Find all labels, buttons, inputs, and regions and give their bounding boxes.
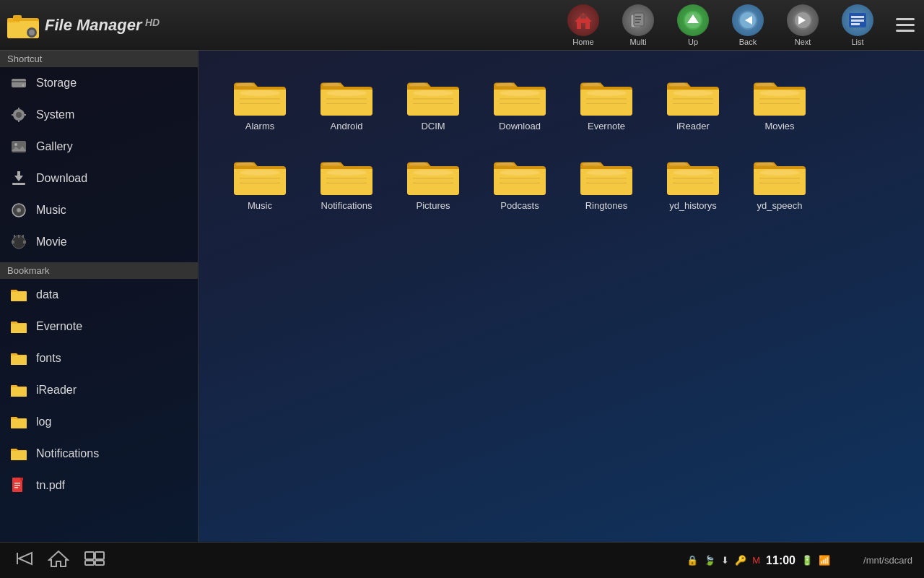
folder-name-yd_historys: yd_historys — [669, 200, 717, 211]
svg-point-36 — [14, 143, 17, 146]
music-icon — [9, 200, 29, 220]
svg-point-67 — [413, 170, 453, 176]
svg-marker-72 — [19, 553, 32, 564]
svg-point-62 — [586, 90, 627, 96]
folder-icon-evernote — [578, 71, 635, 118]
folder-item-dcim[interactable]: DCIM — [393, 65, 473, 137]
svg-point-69 — [586, 170, 627, 176]
svg-rect-50 — [18, 235, 19, 238]
sidebar-item-data[interactable]: data — [0, 279, 198, 311]
sidebar-item-music[interactable]: Music — [0, 194, 198, 226]
folder-name-download: Download — [499, 121, 541, 131]
pdf-icon — [9, 475, 29, 496]
app-title-text: File Manager HD — [45, 16, 160, 35]
app-title-suffix: HD — [145, 16, 160, 27]
sidebar-item-log[interactable]: log — [0, 406, 198, 438]
svg-point-5 — [29, 30, 35, 35]
back-button[interactable]: Back — [722, 1, 774, 49]
storage-icon — [9, 73, 29, 93]
svg-rect-55 — [14, 483, 20, 484]
multi-button[interactable]: Multi — [612, 1, 664, 49]
folder-icon-alarms — [231, 71, 289, 118]
folder-name-ireader: iReader — [676, 121, 710, 131]
multi-icon — [622, 4, 654, 36]
bookmark-label: Bookmark — [0, 262, 198, 279]
folder-item-ireader[interactable]: iReader — [653, 65, 733, 137]
storage-label: Storage — [36, 77, 77, 90]
sidebar-item-download[interactable]: Download — [0, 163, 198, 194]
svg-point-58 — [240, 90, 280, 96]
folder-name-android: Android — [331, 121, 363, 131]
folder-item-ringtones[interactable]: Ringtones — [567, 144, 646, 217]
folder-item-movies[interactable]: Movies — [740, 65, 819, 137]
folder-item-podcasts[interactable]: Podcasts — [480, 144, 559, 217]
svg-rect-10 — [635, 16, 641, 17]
svg-point-28 — [22, 85, 25, 87]
up-button[interactable]: Up — [667, 1, 719, 49]
folder-item-android[interactable]: Android — [307, 65, 386, 137]
sidebar-item-tnpdf[interactable]: tn.pdf — [0, 470, 198, 501]
system-label: System — [36, 108, 74, 121]
next-button[interactable]: Next — [777, 1, 829, 49]
log-label: log — [36, 415, 51, 428]
svg-rect-25 — [851, 23, 860, 25]
download-status-icon: ⬇ — [721, 555, 729, 566]
folder-name-evernote: Evernote — [588, 121, 625, 131]
time-display: 11:00 — [766, 554, 796, 567]
topbar: File Manager HD Home Multi — [0, 0, 924, 51]
svg-point-70 — [673, 170, 713, 176]
music-label: Music — [36, 204, 66, 217]
home-button[interactable]: Home — [557, 1, 609, 49]
svg-point-44 — [18, 210, 19, 211]
folder-name-notifications: Notifications — [321, 200, 372, 211]
folder-item-yd_speech[interactable]: yd_speech — [740, 144, 819, 217]
folder-name-podcasts: Podcasts — [500, 200, 539, 211]
sidebar-item-notifications[interactable]: Notifications — [0, 438, 198, 470]
home-nav-button[interactable] — [48, 550, 69, 571]
svg-point-65 — [240, 170, 280, 176]
svg-rect-48 — [23, 241, 26, 243]
list-label: List — [851, 38, 863, 46]
recent-nav-button[interactable] — [84, 550, 105, 571]
gallery-icon — [9, 137, 29, 157]
folder-item-alarms[interactable]: Alarms — [220, 65, 300, 137]
list-button[interactable]: List — [832, 1, 884, 49]
logo-folder-icon — [6, 8, 40, 43]
sidebar-item-fonts[interactable]: fonts — [0, 342, 198, 374]
app-logo: File Manager HD — [6, 8, 160, 43]
home-icon — [567, 4, 599, 36]
svg-marker-74 — [49, 551, 68, 566]
folder-name-yd_speech: yd_speech — [757, 200, 803, 211]
home-label: Home — [572, 38, 593, 46]
sidebar-item-gallery[interactable]: Gallery — [0, 131, 198, 163]
svg-rect-12 — [635, 22, 640, 23]
sidebar-item-storage[interactable]: Storage — [0, 67, 198, 99]
folder-icon-yd_historys — [664, 150, 722, 197]
sidebar-item-evernote[interactable]: Evernote — [0, 311, 198, 342]
folder-item-yd_historys[interactable]: yd_historys — [653, 144, 733, 217]
svg-rect-24 — [851, 20, 864, 22]
folder-ireader-icon — [9, 380, 29, 400]
svg-rect-38 — [12, 183, 25, 185]
notifications-label: Notifications — [36, 447, 99, 460]
svg-point-64 — [759, 90, 800, 96]
folder-notifications-icon — [9, 444, 29, 464]
sim-icon: 🔑 — [735, 555, 746, 566]
folder-item-pictures[interactable]: Pictures — [393, 144, 473, 217]
svg-rect-77 — [85, 561, 94, 565]
folder-item-evernote[interactable]: Evernote — [567, 65, 646, 137]
back-icon — [732, 4, 764, 36]
menu-button[interactable] — [892, 12, 918, 38]
folder-item-notifications[interactable]: Notifications — [307, 144, 386, 217]
list-icon — [842, 4, 873, 36]
sidebar-item-movie[interactable]: Movie — [0, 226, 198, 258]
folder-item-music[interactable]: Music — [220, 144, 300, 217]
gmail-icon: M — [752, 555, 760, 566]
folder-item-download[interactable]: Download — [480, 65, 559, 137]
folder-icon-music — [231, 150, 289, 197]
back-nav-button[interactable] — [12, 550, 33, 571]
sidebar-item-ireader[interactable]: iReader — [0, 374, 198, 406]
sidebar-item-system[interactable]: System — [0, 99, 198, 131]
sidebar: Shortcut Storage System Gallery Download — [0, 51, 199, 542]
evernote-label: Evernote — [36, 320, 82, 333]
